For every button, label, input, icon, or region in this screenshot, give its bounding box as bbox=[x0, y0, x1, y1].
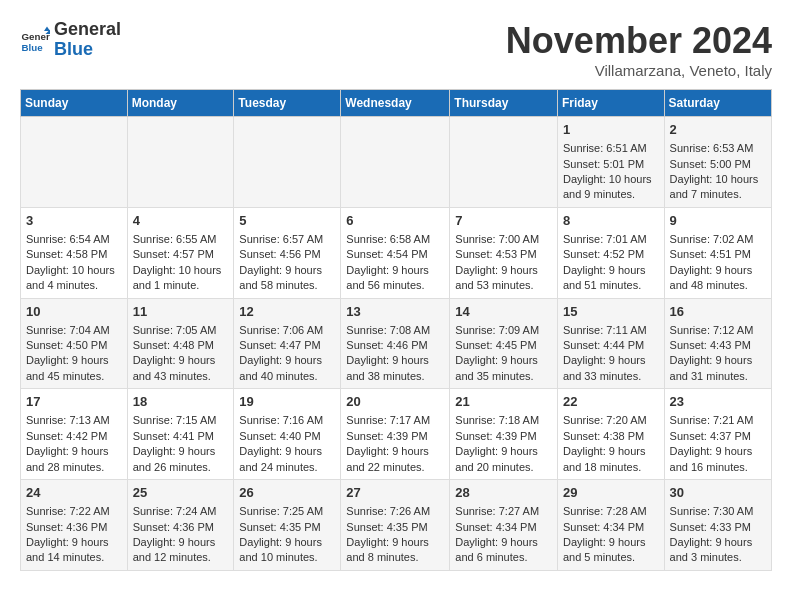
day-info: Sunset: 4:52 PM bbox=[563, 247, 659, 262]
day-info: Sunrise: 7:28 AM bbox=[563, 504, 659, 519]
day-number: 26 bbox=[239, 484, 335, 502]
calendar-cell: 11Sunrise: 7:05 AMSunset: 4:48 PMDayligh… bbox=[127, 298, 234, 389]
day-info: Sunset: 4:51 PM bbox=[670, 247, 766, 262]
day-info: Daylight: 9 hours and 20 minutes. bbox=[455, 444, 552, 475]
day-info: Daylight: 9 hours and 58 minutes. bbox=[239, 263, 335, 294]
calendar-cell: 1Sunrise: 6:51 AMSunset: 5:01 PMDaylight… bbox=[557, 117, 664, 208]
day-info: Daylight: 9 hours and 24 minutes. bbox=[239, 444, 335, 475]
day-info: Sunset: 4:38 PM bbox=[563, 429, 659, 444]
day-number: 12 bbox=[239, 303, 335, 321]
day-info: Sunset: 4:48 PM bbox=[133, 338, 229, 353]
day-info: Sunrise: 7:15 AM bbox=[133, 413, 229, 428]
day-info: Sunset: 4:39 PM bbox=[346, 429, 444, 444]
day-info: Sunrise: 6:58 AM bbox=[346, 232, 444, 247]
day-info: Sunset: 4:46 PM bbox=[346, 338, 444, 353]
day-number: 28 bbox=[455, 484, 552, 502]
day-number: 10 bbox=[26, 303, 122, 321]
calendar-week-row: 10Sunrise: 7:04 AMSunset: 4:50 PMDayligh… bbox=[21, 298, 772, 389]
day-number: 14 bbox=[455, 303, 552, 321]
day-number: 19 bbox=[239, 393, 335, 411]
day-info: Sunrise: 7:20 AM bbox=[563, 413, 659, 428]
day-info: Sunset: 4:53 PM bbox=[455, 247, 552, 262]
title-section: November 2024 Villamarzana, Veneto, Ital… bbox=[506, 20, 772, 79]
day-info: Sunrise: 7:26 AM bbox=[346, 504, 444, 519]
day-info: Daylight: 9 hours and 16 minutes. bbox=[670, 444, 766, 475]
day-info: Sunset: 4:37 PM bbox=[670, 429, 766, 444]
day-info: Sunset: 5:01 PM bbox=[563, 157, 659, 172]
day-number: 22 bbox=[563, 393, 659, 411]
calendar-cell: 17Sunrise: 7:13 AMSunset: 4:42 PMDayligh… bbox=[21, 389, 128, 480]
day-info: Sunrise: 7:09 AM bbox=[455, 323, 552, 338]
calendar-cell: 12Sunrise: 7:06 AMSunset: 4:47 PMDayligh… bbox=[234, 298, 341, 389]
day-info: Sunrise: 7:16 AM bbox=[239, 413, 335, 428]
calendar-cell: 3Sunrise: 6:54 AMSunset: 4:58 PMDaylight… bbox=[21, 207, 128, 298]
day-number: 27 bbox=[346, 484, 444, 502]
day-number: 23 bbox=[670, 393, 766, 411]
calendar-cell bbox=[234, 117, 341, 208]
day-info: Daylight: 10 hours and 9 minutes. bbox=[563, 172, 659, 203]
calendar-cell: 13Sunrise: 7:08 AMSunset: 4:46 PMDayligh… bbox=[341, 298, 450, 389]
day-number: 3 bbox=[26, 212, 122, 230]
day-info: Sunset: 4:36 PM bbox=[26, 520, 122, 535]
calendar-cell: 7Sunrise: 7:00 AMSunset: 4:53 PMDaylight… bbox=[450, 207, 558, 298]
svg-text:Blue: Blue bbox=[22, 41, 44, 52]
day-info: Sunrise: 7:24 AM bbox=[133, 504, 229, 519]
calendar-cell: 28Sunrise: 7:27 AMSunset: 4:34 PMDayligh… bbox=[450, 480, 558, 571]
day-info: Daylight: 9 hours and 10 minutes. bbox=[239, 535, 335, 566]
calendar-cell bbox=[450, 117, 558, 208]
day-info: Sunset: 4:34 PM bbox=[563, 520, 659, 535]
calendar-cell: 5Sunrise: 6:57 AMSunset: 4:56 PMDaylight… bbox=[234, 207, 341, 298]
calendar-cell: 10Sunrise: 7:04 AMSunset: 4:50 PMDayligh… bbox=[21, 298, 128, 389]
day-info: Daylight: 10 hours and 4 minutes. bbox=[26, 263, 122, 294]
day-info: Sunset: 4:39 PM bbox=[455, 429, 552, 444]
month-title: November 2024 bbox=[506, 20, 772, 62]
calendar-header-row: SundayMondayTuesdayWednesdayThursdayFrid… bbox=[21, 90, 772, 117]
calendar-cell: 16Sunrise: 7:12 AMSunset: 4:43 PMDayligh… bbox=[664, 298, 771, 389]
day-info: Daylight: 9 hours and 8 minutes. bbox=[346, 535, 444, 566]
day-number: 5 bbox=[239, 212, 335, 230]
day-info: Sunset: 4:45 PM bbox=[455, 338, 552, 353]
day-number: 1 bbox=[563, 121, 659, 139]
day-info: Sunrise: 6:53 AM bbox=[670, 141, 766, 156]
calendar-cell: 18Sunrise: 7:15 AMSunset: 4:41 PMDayligh… bbox=[127, 389, 234, 480]
svg-marker-2 bbox=[44, 26, 50, 31]
day-info: Sunrise: 7:01 AM bbox=[563, 232, 659, 247]
calendar-week-row: 3Sunrise: 6:54 AMSunset: 4:58 PMDaylight… bbox=[21, 207, 772, 298]
column-header-monday: Monday bbox=[127, 90, 234, 117]
day-info: Daylight: 9 hours and 40 minutes. bbox=[239, 353, 335, 384]
day-info: Sunrise: 7:17 AM bbox=[346, 413, 444, 428]
day-info: Daylight: 9 hours and 51 minutes. bbox=[563, 263, 659, 294]
day-info: Sunset: 4:35 PM bbox=[346, 520, 444, 535]
day-info: Sunset: 4:44 PM bbox=[563, 338, 659, 353]
calendar-cell: 14Sunrise: 7:09 AMSunset: 4:45 PMDayligh… bbox=[450, 298, 558, 389]
logo-blue: Blue bbox=[54, 40, 121, 60]
day-number: 7 bbox=[455, 212, 552, 230]
day-info: Daylight: 9 hours and 45 minutes. bbox=[26, 353, 122, 384]
day-info: Daylight: 9 hours and 38 minutes. bbox=[346, 353, 444, 384]
day-number: 15 bbox=[563, 303, 659, 321]
day-info: Sunrise: 7:25 AM bbox=[239, 504, 335, 519]
day-number: 25 bbox=[133, 484, 229, 502]
day-info: Sunset: 4:47 PM bbox=[239, 338, 335, 353]
calendar-week-row: 24Sunrise: 7:22 AMSunset: 4:36 PMDayligh… bbox=[21, 480, 772, 571]
column-header-thursday: Thursday bbox=[450, 90, 558, 117]
day-info: Sunrise: 7:13 AM bbox=[26, 413, 122, 428]
day-number: 20 bbox=[346, 393, 444, 411]
day-info: Sunset: 4:42 PM bbox=[26, 429, 122, 444]
day-info: Sunrise: 7:02 AM bbox=[670, 232, 766, 247]
column-header-tuesday: Tuesday bbox=[234, 90, 341, 117]
calendar-cell bbox=[21, 117, 128, 208]
day-info: Daylight: 9 hours and 6 minutes. bbox=[455, 535, 552, 566]
column-header-sunday: Sunday bbox=[21, 90, 128, 117]
day-number: 4 bbox=[133, 212, 229, 230]
day-info: Daylight: 9 hours and 14 minutes. bbox=[26, 535, 122, 566]
day-info: Daylight: 9 hours and 26 minutes. bbox=[133, 444, 229, 475]
day-info: Sunrise: 7:05 AM bbox=[133, 323, 229, 338]
calendar-week-row: 17Sunrise: 7:13 AMSunset: 4:42 PMDayligh… bbox=[21, 389, 772, 480]
day-info: Sunset: 4:56 PM bbox=[239, 247, 335, 262]
column-header-wednesday: Wednesday bbox=[341, 90, 450, 117]
day-number: 30 bbox=[670, 484, 766, 502]
calendar-cell: 27Sunrise: 7:26 AMSunset: 4:35 PMDayligh… bbox=[341, 480, 450, 571]
calendar-cell: 8Sunrise: 7:01 AMSunset: 4:52 PMDaylight… bbox=[557, 207, 664, 298]
day-info: Sunrise: 6:51 AM bbox=[563, 141, 659, 156]
